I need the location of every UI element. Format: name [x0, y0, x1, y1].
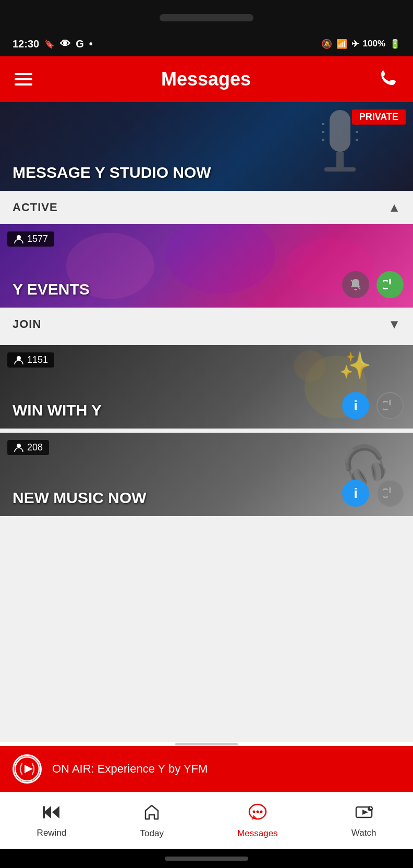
active-section-header[interactable]: ACTIVE ▲: [0, 191, 413, 224]
svg-point-25: [256, 810, 259, 813]
today-label: Today: [140, 828, 164, 839]
rewind-label: Rewind: [37, 828, 67, 838]
mute-icon: 🔕: [321, 39, 332, 50]
svg-rect-5: [322, 131, 324, 133]
new-music-member-badge: 208: [7, 440, 49, 455]
svg-point-12: [17, 235, 21, 239]
active-chevron-icon: ▲: [388, 200, 400, 215]
svg-point-15: [294, 350, 325, 382]
y-events-bell-button[interactable]: [342, 271, 369, 298]
bottom-navigation: Rewind Today Messages: [0, 792, 413, 849]
messages-label: Messages: [237, 828, 277, 839]
active-label: ACTIVE: [13, 201, 58, 214]
y-events-member-count: 1577: [27, 234, 48, 244]
svg-point-17: [17, 444, 21, 448]
nav-rewind[interactable]: Rewind: [29, 800, 75, 842]
svg-marker-21: [52, 806, 59, 818]
rewind-icon: [42, 804, 62, 825]
svg-point-9: [66, 233, 154, 299]
svg-marker-28: [362, 810, 368, 815]
g-icon: G: [76, 38, 84, 50]
private-badge: PRIVATE: [352, 109, 406, 125]
win-with-y-title: WIN WITH Y: [13, 401, 102, 419]
dot-icon: •: [89, 38, 93, 50]
new-music-power-button[interactable]: [376, 480, 404, 507]
y-events-member-badge: 1577: [7, 231, 54, 247]
wifi-icon: 📶: [336, 39, 347, 50]
svg-rect-22: [43, 806, 45, 818]
svg-marker-20: [44, 806, 51, 818]
airplane-icon: ✈: [351, 39, 359, 50]
on-air-bar[interactable]: ON AIR: Experience Y by YFM: [0, 746, 413, 792]
svg-rect-3: [322, 123, 324, 125]
empty-content-area: [0, 516, 413, 742]
studio-banner-text: MESSAGE Y STUDIO NOW: [13, 164, 211, 181]
on-air-play-button[interactable]: [13, 754, 42, 784]
svg-point-26: [260, 810, 262, 813]
nav-messages[interactable]: Messages: [229, 799, 286, 843]
home-indicator: [0, 849, 413, 868]
y-events-card[interactable]: Y EVENTS 1577: [0, 224, 413, 308]
svg-rect-6: [356, 131, 358, 133]
notch-pill: [160, 14, 253, 21]
studio-banner[interactable]: MESSAGE Y STUDIO NOW PRIVATE: [0, 102, 413, 191]
main-content: MESSAGE Y STUDIO NOW PRIVATE ACTIVE ▲ Y …: [0, 102, 413, 746]
watch-label: Watch: [351, 828, 376, 838]
battery-percent: 100%: [363, 39, 385, 49]
svg-point-16: [17, 356, 21, 360]
new-music-title: NEW MUSIC NOW: [13, 489, 147, 507]
win-with-y-info-button[interactable]: i: [342, 392, 369, 419]
win-with-y-member-count: 1151: [27, 354, 48, 365]
join-section-header[interactable]: JOIN ▼: [0, 308, 413, 341]
svg-rect-8: [356, 139, 358, 141]
svg-rect-1: [336, 152, 344, 167]
home-pill: [165, 857, 248, 861]
win-with-y-power-button[interactable]: [376, 392, 404, 419]
notch-bar: [0, 0, 413, 31]
sim-icon: 🔖: [44, 39, 55, 49]
on-air-text: ON AIR: Experience Y by YFM: [52, 762, 208, 776]
scroll-indicator: [0, 742, 413, 746]
watch-icon: [354, 804, 374, 825]
win-with-y-member-badge: 1151: [7, 352, 54, 368]
time-display: 12:30: [13, 38, 39, 50]
battery-icon: 🔋: [390, 39, 400, 50]
win-with-y-card[interactable]: ✨ WIN WITH Y 1151 i: [0, 345, 413, 429]
svg-point-10: [165, 224, 275, 294]
nav-watch[interactable]: Watch: [343, 800, 385, 842]
page-title: Messages: [161, 68, 251, 90]
svg-rect-2: [324, 167, 356, 172]
header: Messages: [0, 56, 413, 102]
join-label: JOIN: [13, 317, 41, 331]
svg-marker-19: [25, 765, 33, 773]
new-music-card[interactable]: 🎧 NEW MUSIC NOW 208 i: [0, 433, 413, 516]
new-music-info-button[interactable]: i: [342, 480, 369, 507]
messages-icon: [248, 803, 267, 825]
y-events-power-button[interactable]: [376, 271, 404, 298]
today-icon: [143, 803, 161, 825]
svg-point-24: [252, 810, 255, 813]
eye-icon: 👁: [60, 38, 70, 50]
menu-button[interactable]: [15, 73, 32, 85]
join-chevron-icon: ▼: [388, 317, 400, 332]
svg-rect-7: [322, 139, 324, 141]
phone-button[interactable]: [380, 68, 398, 91]
new-music-member-count: 208: [27, 442, 43, 453]
status-bar: 12:30 🔖 👁 G • 🔕 📶 ✈ 100% 🔋: [0, 31, 413, 56]
nav-today[interactable]: Today: [132, 799, 172, 843]
svg-rect-0: [330, 110, 350, 152]
